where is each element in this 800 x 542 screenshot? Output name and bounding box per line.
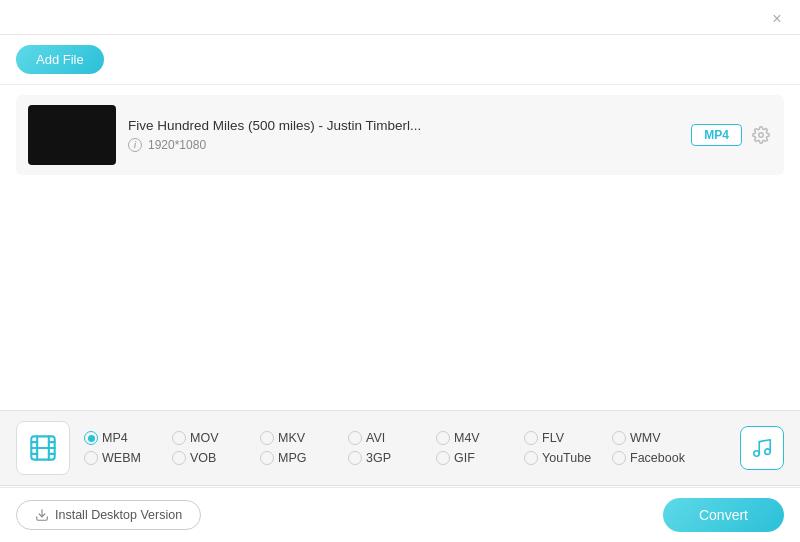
video-format-icon[interactable] <box>16 421 70 475</box>
radio-youtube[interactable] <box>524 451 538 465</box>
format-row-2: WEBM VOB MPG 3GP GIF YouTube <box>84 451 728 465</box>
format-avi[interactable]: AVI <box>348 431 420 445</box>
download-icon <box>35 508 49 522</box>
file-info: Five Hundred Miles (500 miles) - Justin … <box>128 118 679 152</box>
format-row-1: MP4 MOV MKV AVI M4V FLV <box>84 431 728 445</box>
format-mov[interactable]: MOV <box>172 431 244 445</box>
radio-facebook[interactable] <box>612 451 626 465</box>
format-mkv[interactable]: MKV <box>260 431 332 445</box>
format-vob[interactable]: VOB <box>172 451 244 465</box>
label-m4v: M4V <box>454 431 480 445</box>
radio-webm[interactable] <box>84 451 98 465</box>
radio-flv[interactable] <box>524 431 538 445</box>
label-vob: VOB <box>190 451 216 465</box>
label-facebook: Facebook <box>630 451 685 465</box>
bottom-bar: Install Desktop Version Convert <box>0 487 800 542</box>
radio-m4v[interactable] <box>436 431 450 445</box>
format-3gp[interactable]: 3GP <box>348 451 420 465</box>
radio-mp4[interactable] <box>84 431 98 445</box>
audio-format-icon[interactable] <box>740 426 784 470</box>
radio-avi[interactable] <box>348 431 362 445</box>
format-webm[interactable]: WEBM <box>84 451 156 465</box>
label-gif: GIF <box>454 451 475 465</box>
radio-wmv[interactable] <box>612 431 626 445</box>
label-3gp: 3GP <box>366 451 391 465</box>
file-resolution: 1920*1080 <box>148 138 206 152</box>
info-icon: i <box>128 138 142 152</box>
settings-icon[interactable] <box>750 124 772 146</box>
label-flv: FLV <box>542 431 564 445</box>
close-button[interactable]: × <box>768 10 786 28</box>
format-facebook[interactable]: Facebook <box>612 451 685 465</box>
format-mp4[interactable]: MP4 <box>84 431 156 445</box>
format-gif[interactable]: GIF <box>436 451 508 465</box>
label-youtube: YouTube <box>542 451 591 465</box>
title-bar: × <box>0 0 800 35</box>
file-list: Five Hundred Miles (500 miles) - Justin … <box>0 85 800 265</box>
format-mpg[interactable]: MPG <box>260 451 332 465</box>
label-wmv: WMV <box>630 431 661 445</box>
svg-point-0 <box>759 133 764 138</box>
radio-gif[interactable] <box>436 451 450 465</box>
label-webm: WEBM <box>102 451 141 465</box>
install-label: Install Desktop Version <box>55 508 182 522</box>
file-thumbnail <box>28 105 116 165</box>
format-youtube[interactable]: YouTube <box>524 451 596 465</box>
svg-point-9 <box>754 451 760 457</box>
file-title: Five Hundred Miles (500 miles) - Justin … <box>128 118 508 133</box>
format-options: MP4 MOV MKV AVI M4V FLV <box>84 431 728 465</box>
label-avi: AVI <box>366 431 385 445</box>
radio-vob[interactable] <box>172 451 186 465</box>
file-item: Five Hundred Miles (500 miles) - Justin … <box>16 95 784 175</box>
label-mp4: MP4 <box>102 431 128 445</box>
file-actions: MP4 <box>691 124 772 146</box>
toolbar: Add File <box>0 35 800 85</box>
label-mkv: MKV <box>278 431 305 445</box>
svg-point-10 <box>765 449 771 455</box>
format-badge[interactable]: MP4 <box>691 124 742 146</box>
file-meta: i 1920*1080 <box>128 138 679 152</box>
label-mov: MOV <box>190 431 218 445</box>
radio-mov[interactable] <box>172 431 186 445</box>
format-wmv[interactable]: WMV <box>612 431 684 445</box>
format-m4v[interactable]: M4V <box>436 431 508 445</box>
add-file-button[interactable]: Add File <box>16 45 104 74</box>
format-flv[interactable]: FLV <box>524 431 596 445</box>
install-button[interactable]: Install Desktop Version <box>16 500 201 530</box>
format-bar: MP4 MOV MKV AVI M4V FLV <box>0 410 800 486</box>
radio-mkv[interactable] <box>260 431 274 445</box>
radio-mpg[interactable] <box>260 451 274 465</box>
label-mpg: MPG <box>278 451 306 465</box>
convert-button[interactable]: Convert <box>663 498 784 532</box>
radio-3gp[interactable] <box>348 451 362 465</box>
